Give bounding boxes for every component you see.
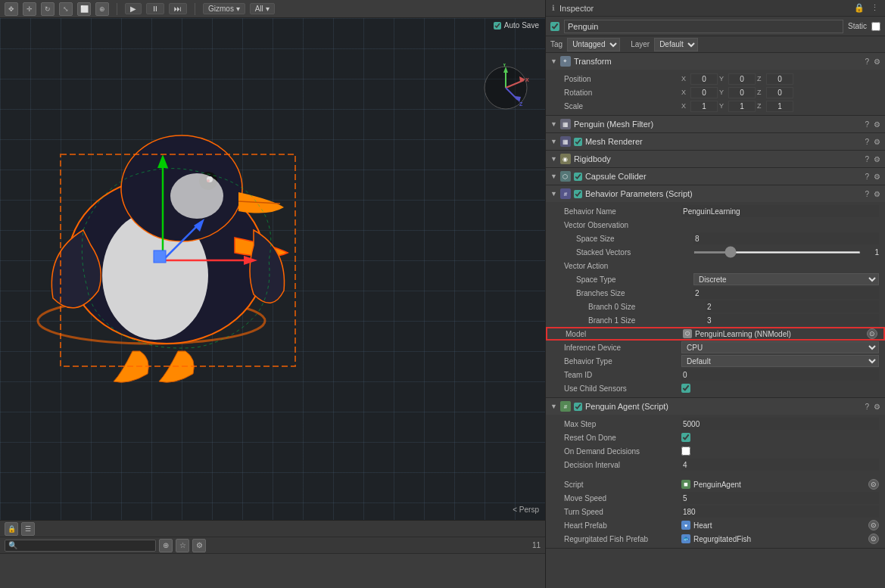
capsule-collider-checkbox[interactable] — [574, 173, 582, 181]
bookmark-icon[interactable]: ☆ — [176, 539, 189, 552]
more-icon[interactable]: ⋮ — [871, 3, 879, 13]
turn-speed-row: Turn Speed — [546, 505, 885, 518]
rot-y[interactable] — [728, 87, 756, 98]
mesh-renderer-header[interactable]: ▼ ▦ Mesh Renderer ? ⚙ — [546, 133, 885, 150]
model-select-btn[interactable]: ⊙ — [867, 328, 877, 339]
rot-x[interactable] — [690, 87, 718, 98]
behavior-params-header[interactable]: ▼ # Behavior Parameters (Script) ? ⚙ — [546, 185, 885, 202]
mesh-filter-help[interactable]: ? — [865, 120, 869, 129]
pos-z[interactable] — [766, 73, 793, 85]
reset-done-checkbox[interactable] — [681, 433, 690, 442]
pos-x[interactable] — [690, 73, 718, 85]
scale-tool[interactable]: ⤡ — [59, 2, 73, 16]
pause-btn[interactable]: ⏸ — [146, 3, 164, 14]
main-toolbar: ✥ ✛ ↻ ⤡ ⬜ ⊕ ▶ ⏸ ⏭ Gizmos ▾ All ▾ — [0, 0, 545, 18]
capsule-collider-help[interactable]: ? — [865, 173, 869, 181]
stacked-vectors-row: Stacked Vectors 1 — [546, 245, 885, 259]
inference-select[interactable]: CPU GPU — [681, 341, 879, 353]
penguin-agent-icon: # — [560, 401, 571, 412]
rot-z[interactable] — [766, 87, 793, 98]
stacked-vectors-slider[interactable] — [693, 251, 861, 254]
tag-select[interactable]: Untagged — [567, 38, 620, 51]
mesh-renderer-checkbox[interactable] — [574, 138, 582, 146]
decision-interval-input[interactable] — [681, 459, 879, 471]
capsule-collider-settings[interactable]: ⚙ — [874, 173, 880, 181]
behavior-type-select[interactable]: Default HeuristicOnly InferenceOnly — [681, 355, 879, 367]
perspective-label: < Persp — [513, 506, 539, 514]
penguin-model — [15, 56, 348, 419]
lock-icon[interactable]: 🔒 — [5, 522, 18, 536]
behavior-params-settings[interactable]: ⚙ — [874, 190, 880, 198]
list-icon[interactable]: ☰ — [21, 522, 35, 536]
script-select-btn[interactable]: ⊙ — [868, 479, 879, 490]
penguin-agent-component: ▼ # Penguin Agent (Script) ? ⚙ Max Step … — [546, 398, 885, 549]
add-icon[interactable]: ⊕ — [159, 539, 173, 552]
team-id-input[interactable] — [681, 369, 879, 381]
auto-save-area: Auto Save — [494, 21, 539, 30]
all-btn[interactable]: All ▾ — [250, 3, 275, 14]
transform-header[interactable]: ▼ ⌖ Transform ? ⚙ — [546, 53, 885, 70]
auto-save-checkbox[interactable] — [494, 22, 501, 30]
scale-y[interactable] — [728, 101, 756, 112]
regurgitated-select-btn[interactable]: ⊙ — [868, 534, 879, 544]
penguin-agent-right: ? ⚙ — [865, 403, 880, 411]
capsule-collider-header[interactable]: ▼ ⬡ Capsule Collider ? ⚙ — [546, 168, 885, 185]
penguin-agent-settings[interactable]: ⚙ — [874, 403, 880, 411]
rigidbody-header[interactable]: ▼ ◉ Rigidbody ? ⚙ — [546, 151, 885, 167]
rigidbody-help[interactable]: ? — [865, 155, 869, 163]
transform-help-icon[interactable]: ? — [865, 58, 869, 66]
pos-y[interactable] — [728, 73, 756, 85]
on-demand-checkbox[interactable] — [681, 446, 690, 456]
gizmos-btn[interactable]: Gizmos ▾ — [203, 3, 245, 14]
behavior-params-icon: # — [560, 188, 571, 199]
gameobject-name-input[interactable] — [564, 20, 843, 33]
static-checkbox[interactable] — [871, 22, 880, 31]
space-type-select[interactable]: Discrete Continuous — [693, 273, 879, 285]
move-speed-input[interactable] — [681, 492, 879, 504]
branch1-input[interactable] — [706, 314, 879, 326]
penguin-agent-help[interactable]: ? — [865, 403, 869, 411]
model-row: Model ⬡ PenguinLearning (NNModel) ⊙ — [546, 327, 885, 341]
child-sensors-checkbox[interactable] — [681, 384, 690, 393]
move-tool[interactable]: ✛ — [23, 2, 36, 16]
custom-tool[interactable]: ⊕ — [95, 2, 109, 16]
bottom-panel: 🔒 ☰ ⊕ ☆ ⚙ 11 — [0, 520, 545, 588]
max-step-row: Max Step — [546, 417, 885, 431]
transform-tool[interactable]: ✥ — [5, 2, 18, 16]
play-btn[interactable]: ▶ — [125, 3, 142, 14]
vector-action-label-row: Vector Action — [546, 259, 885, 272]
rigidbody-settings[interactable]: ⚙ — [874, 155, 880, 163]
settings-icon[interactable]: ⚙ — [192, 539, 206, 552]
branch0-input[interactable] — [706, 300, 879, 313]
penguin-agent-checkbox[interactable] — [574, 403, 582, 411]
branches-size-input[interactable] — [693, 287, 879, 299]
rotate-tool[interactable]: ↻ — [41, 2, 55, 16]
step-btn[interactable]: ⏭ — [169, 3, 187, 14]
max-step-input[interactable] — [681, 418, 879, 430]
behavior-name-input[interactable] — [681, 205, 879, 217]
transform-settings-icon[interactable]: ⚙ — [874, 58, 880, 66]
layer-select[interactable]: Default — [654, 38, 698, 51]
on-demand-row: On Demand Decisions — [546, 444, 885, 458]
penguin-agent-body: Max Step Reset On Done On Demand Decisio… — [546, 415, 885, 548]
heart-select-btn[interactable]: ⊙ — [868, 520, 879, 530]
scale-z[interactable] — [766, 101, 793, 112]
behavior-params-checkbox[interactable] — [574, 190, 582, 198]
hierarchy-search[interactable] — [5, 540, 156, 552]
scale-x[interactable] — [690, 101, 718, 112]
mesh-renderer-help[interactable]: ? — [865, 138, 869, 146]
3d-viewport[interactable]: Auto Save Y X Z — [0, 18, 545, 520]
lock-inspector-icon[interactable]: 🔒 — [854, 3, 865, 13]
penguin-agent-header[interactable]: ▼ # Penguin Agent (Script) ? ⚙ — [546, 398, 885, 415]
mesh-filter-icon: ▦ — [560, 119, 571, 129]
space-size-input[interactable] — [693, 232, 879, 244]
gameobject-active-checkbox[interactable] — [550, 22, 559, 31]
mesh-filter-settings[interactable]: ⚙ — [874, 120, 880, 129]
turn-speed-input[interactable] — [681, 506, 879, 518]
rect-tool[interactable]: ⬜ — [77, 2, 91, 16]
mesh-renderer-component: ▼ ▦ Mesh Renderer ? ⚙ — [546, 133, 885, 151]
reset-done-row: Reset On Done — [546, 431, 885, 444]
mesh-filter-header[interactable]: ▼ ▦ Penguin (Mesh Filter) ? ⚙ — [546, 116, 885, 132]
behavior-params-help[interactable]: ? — [865, 190, 869, 198]
mesh-renderer-settings[interactable]: ⚙ — [874, 138, 880, 146]
